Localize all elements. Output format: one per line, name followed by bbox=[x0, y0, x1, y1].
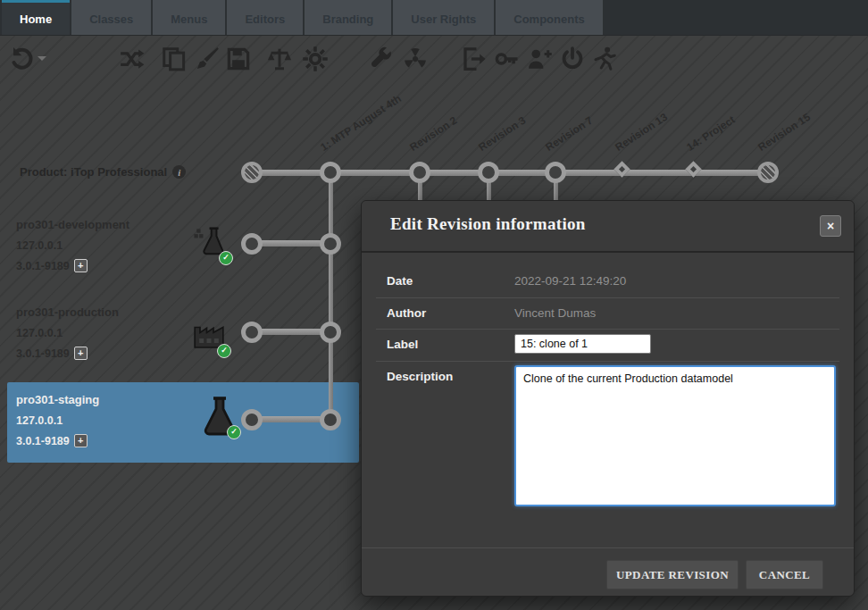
label-input[interactable] bbox=[514, 334, 651, 354]
field-separator bbox=[376, 297, 839, 298]
version-text: 3.0.1-9189 bbox=[16, 435, 70, 447]
environment-name: pro301-production bbox=[16, 305, 119, 319]
author-field-label: Author bbox=[387, 306, 426, 320]
date-field-label: Date bbox=[387, 274, 413, 288]
expand-version-button[interactable]: + bbox=[74, 434, 88, 447]
field-separator bbox=[376, 329, 839, 330]
expand-version-button[interactable]: + bbox=[74, 259, 88, 272]
development-flask-icon: ✓ bbox=[193, 223, 229, 263]
undo-icon bbox=[9, 46, 36, 72]
paint-brush-icon bbox=[193, 46, 220, 72]
environment-row-staging[interactable]: pro301-staging 127.0.0.1 3.0.1-9189 + ✓ bbox=[7, 382, 359, 463]
export-icon bbox=[461, 46, 488, 72]
transform-button[interactable] bbox=[114, 42, 148, 76]
add-user-button[interactable] bbox=[522, 42, 556, 76]
check-badge-icon: ✓ bbox=[227, 425, 241, 439]
environment-row-production[interactable]: pro301-production 127.0.0.1 3.0.1-9189 +… bbox=[7, 295, 359, 377]
tab-user-rights[interactable]: User Rights bbox=[393, 0, 494, 35]
runner-icon bbox=[591, 46, 618, 72]
label-field-label: Label bbox=[387, 338, 418, 351]
timeline-node-revision-2[interactable] bbox=[409, 162, 430, 183]
timeline-node-revision-15[interactable] bbox=[757, 162, 779, 183]
key-button[interactable] bbox=[489, 42, 523, 76]
tab-classes[interactable]: Classes bbox=[71, 0, 151, 35]
node-label: Revision 3 bbox=[476, 114, 528, 154]
production-branch-junction-node[interactable] bbox=[320, 322, 341, 343]
update-revision-button[interactable]: UPDATE REVISION bbox=[606, 560, 739, 589]
expand-version-button[interactable]: + bbox=[74, 347, 88, 360]
timeline-node-revision-3[interactable] bbox=[478, 162, 499, 183]
author-field-value: Vincent Dumas bbox=[514, 306, 596, 320]
tab-home[interactable]: Home bbox=[2, 0, 70, 35]
timeline-node-origin[interactable] bbox=[241, 162, 263, 183]
modal-header: Edit Revision information × bbox=[362, 201, 854, 253]
compare-button[interactable] bbox=[263, 42, 296, 76]
environment-row-development[interactable]: pro301-development 127.0.0.1 3.0.1-9189 … bbox=[7, 207, 359, 289]
tab-components[interactable]: Components bbox=[496, 0, 602, 35]
development-branch-junction-node[interactable] bbox=[320, 233, 341, 255]
node-label: Revision 2 bbox=[407, 114, 459, 154]
staging-branch-junction-node[interactable] bbox=[320, 409, 341, 430]
tab-editors[interactable]: Editors bbox=[227, 0, 303, 35]
description-textarea[interactable]: Clone of the current Production datamode… bbox=[514, 365, 836, 506]
add-user-icon bbox=[526, 46, 553, 72]
transform-icon bbox=[118, 46, 145, 72]
environment-host: 127.0.0.1 bbox=[16, 414, 63, 427]
info-icon[interactable]: i bbox=[172, 165, 186, 179]
environment-version: 3.0.1-9189 + bbox=[16, 259, 88, 272]
timeline-node-revision-7[interactable] bbox=[545, 162, 566, 183]
power-icon bbox=[559, 46, 586, 72]
environment-name: pro301-development bbox=[16, 218, 129, 231]
undo-dropdown-caret-icon[interactable] bbox=[38, 56, 46, 65]
production-factory-icon: ✓ bbox=[191, 316, 227, 355]
description-field-label: Description bbox=[387, 370, 453, 383]
close-icon[interactable]: × bbox=[820, 215, 841, 237]
scales-icon bbox=[266, 46, 293, 72]
paint-button[interactable] bbox=[189, 42, 223, 76]
radiation-button[interactable] bbox=[398, 42, 432, 76]
export-button[interactable] bbox=[457, 42, 491, 76]
version-text: 3.0.1-9189 bbox=[16, 260, 70, 272]
edit-revision-modal: Edit Revision information × Date 2022-09… bbox=[361, 200, 855, 597]
node-label: Revision 15 bbox=[755, 111, 813, 154]
run-button[interactable] bbox=[588, 42, 622, 76]
cancel-button[interactable]: CANCEL bbox=[746, 560, 823, 589]
wrench-icon bbox=[368, 46, 395, 72]
node-label: 1: MTP August 4th bbox=[318, 92, 403, 154]
tab-branding[interactable]: Branding bbox=[305, 0, 391, 35]
branch-connector-line bbox=[329, 175, 333, 422]
save-button[interactable] bbox=[221, 42, 255, 76]
gear-icon bbox=[302, 46, 329, 72]
environment-version: 3.0.1-9189 + bbox=[16, 347, 88, 360]
radiation-icon bbox=[402, 46, 429, 72]
node-label: Revision 7 bbox=[543, 114, 595, 154]
node-label: 14: Project bbox=[684, 113, 737, 154]
key-icon bbox=[493, 46, 520, 72]
environment-name: pro301-staging bbox=[16, 393, 99, 406]
tools-button[interactable] bbox=[364, 42, 398, 76]
production-branch-start-node[interactable] bbox=[241, 322, 263, 343]
app-window: Home Classes Menus Editors Branding User… bbox=[0, 0, 868, 610]
footer-separator bbox=[362, 547, 854, 548]
timeline-node-revision-1[interactable] bbox=[320, 162, 341, 183]
date-field-value: 2022-09-21 12:49:20 bbox=[514, 274, 626, 288]
staging-flask-icon: ✓ bbox=[198, 395, 241, 441]
tab-bar: Home Classes Menus Editors Branding User… bbox=[0, 0, 868, 36]
settings-button[interactable] bbox=[298, 42, 332, 76]
power-button[interactable] bbox=[555, 42, 589, 76]
check-badge-icon: ✓ bbox=[219, 251, 233, 265]
modal-title: Edit Revision information bbox=[390, 214, 586, 234]
copy-icon bbox=[161, 46, 188, 72]
tab-menus[interactable]: Menus bbox=[153, 0, 225, 35]
product-label-text: Product: iTop Professional bbox=[20, 165, 167, 179]
environment-version: 3.0.1-9189 + bbox=[16, 434, 88, 447]
copy-button[interactable] bbox=[157, 42, 191, 76]
save-icon bbox=[225, 46, 252, 72]
staging-branch-start-node[interactable] bbox=[241, 409, 263, 430]
product-label: Product: iTop Professional i bbox=[20, 165, 186, 179]
undo-button[interactable] bbox=[5, 42, 39, 76]
development-branch-start-node[interactable] bbox=[241, 233, 263, 255]
node-label: Revision 13 bbox=[613, 111, 670, 154]
field-separator bbox=[376, 361, 839, 362]
check-badge-icon: ✓ bbox=[217, 344, 231, 358]
